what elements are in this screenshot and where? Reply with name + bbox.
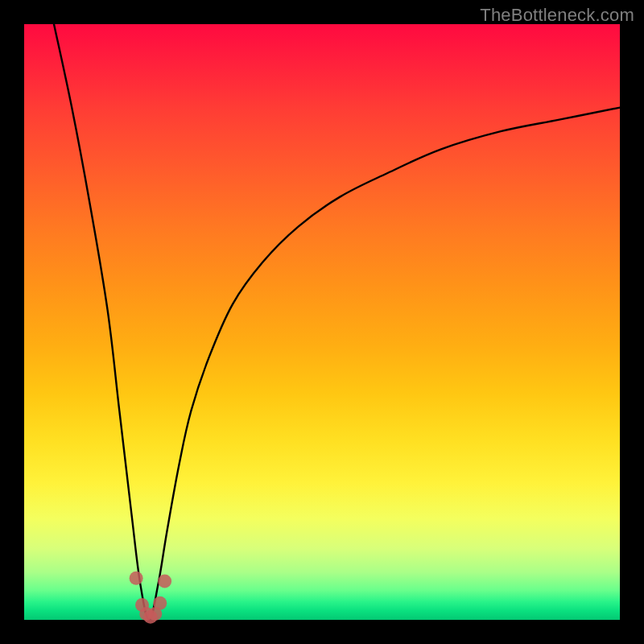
reference-point xyxy=(158,574,171,588)
reference-points-group xyxy=(130,572,172,624)
curve-svg xyxy=(24,24,620,620)
plot-area xyxy=(24,24,620,620)
reference-point xyxy=(130,572,143,585)
bottleneck-curve xyxy=(54,24,620,620)
watermark-text: TheBottleneck.com xyxy=(480,5,634,26)
outer-frame: TheBottleneck.com xyxy=(0,0,644,644)
reference-point xyxy=(153,597,167,610)
